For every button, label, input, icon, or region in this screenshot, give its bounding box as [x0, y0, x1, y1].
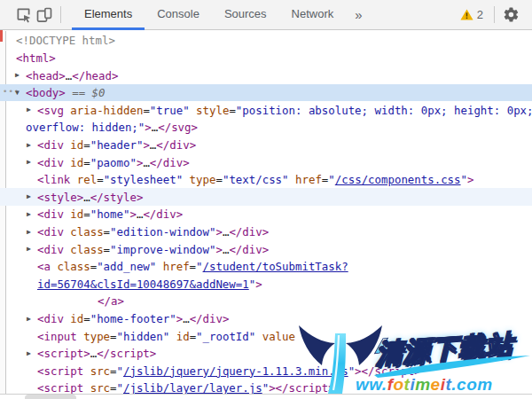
- dom-tree-row[interactable]: <!DOCTYPE html>: [0, 32, 532, 50]
- code-token: =: [322, 173, 328, 186]
- device-toolbar-icon[interactable]: [34, 4, 55, 26]
- code-token: …: [83, 191, 90, 204]
- dom-tree-row[interactable]: ▶<svg aria-hidden="true" style="position…: [0, 101, 532, 119]
- code-token: rel: [70, 173, 97, 186]
- code-token: <input: [37, 330, 77, 343]
- dom-tree-row[interactable]: <html>: [0, 50, 532, 67]
- code-token: </script>: [362, 364, 421, 378]
- expand-arrow-icon[interactable]: ▶: [27, 228, 31, 236]
- devtools-toolbar: ElementsConsoleSourcesNetwork » 2: [0, 0, 532, 30]
- code-token: >: [145, 121, 151, 134]
- code-token: </div>: [229, 243, 269, 256]
- collapse-arrow-icon[interactable]: ▼: [15, 89, 20, 97]
- code-token: ": [196, 260, 202, 273]
- code-token: </script>: [97, 347, 156, 360]
- dom-tree-row[interactable]: <script src="/jslib/jquery/jquery-1.11.3…: [0, 363, 532, 380]
- code-token: </div>: [156, 138, 196, 152]
- dom-tree-row[interactable]: •••▼<body> == $0: [0, 84, 532, 102]
- code-token: id: [64, 312, 83, 325]
- dom-tree-row[interactable]: id=56704&clsId=10048697&addNew=1">: [0, 276, 532, 293]
- dom-tree-row[interactable]: ▶<div class="improve-window">…</div>: [0, 240, 532, 258]
- dom-tree-row[interactable]: ▶<script>…</script>: [0, 345, 532, 363]
- code-token: =: [229, 104, 235, 117]
- inspect-element-icon[interactable]: [12, 4, 34, 26]
- dom-tree-row[interactable]: ▶<div class="edition-window">…</div>: [0, 223, 532, 241]
- devtools-tabs: ElementsConsoleSourcesNetwork: [72, 0, 346, 30]
- panel-bottom-mask: [0, 395, 532, 399]
- code-token: </div>: [190, 312, 230, 325]
- expand-arrow-icon[interactable]: ▶: [27, 192, 31, 200]
- code-token: </div>: [229, 225, 269, 239]
- code-token: <div: [37, 225, 64, 239]
- code-token: …: [223, 225, 229, 239]
- dom-tree-row[interactable]: ▶<div id="home">…</div>: [0, 206, 532, 223]
- dom-tree-row[interactable]: <input type="hidden" id="_rootId" value: [0, 327, 532, 345]
- dom-tree-row[interactable]: ▶<div id="header">…</div>: [0, 137, 532, 154]
- dom-tree-row[interactable]: ▶<div id="home-footer">…</div>: [0, 310, 532, 328]
- code-token: <div: [37, 243, 64, 256]
- code-token: href: [289, 173, 322, 186]
- code-token: >: [215, 225, 222, 239]
- dom-tree-row[interactable]: <link rel="stylesheet" type="text/css" h…: [0, 171, 532, 189]
- tab-sources[interactable]: Sources: [212, 0, 279, 30]
- code-token: aria-hidden: [64, 104, 144, 117]
- tab-elements[interactable]: Elements: [72, 0, 145, 30]
- warning-triangle-icon: [460, 9, 473, 20]
- code-token: <link: [37, 173, 70, 186]
- code-token: >: [255, 278, 262, 291]
- expand-arrow-icon[interactable]: ▶: [27, 141, 31, 149]
- expand-arrow-icon[interactable]: ▶: [27, 158, 31, 166]
- dom-tree-row[interactable]: ▶<div id="paomo">…</div>: [0, 153, 532, 171]
- code-token: type: [183, 173, 215, 186]
- resource-link[interactable]: /jslib/jquery/jquery-1.11.3.min.js: [123, 364, 348, 378]
- code-token: "header": [90, 138, 144, 152]
- expand-arrow-icon[interactable]: ▶: [27, 210, 31, 218]
- expand-arrow-icon[interactable]: ▶: [27, 245, 31, 253]
- code-token: =: [190, 260, 196, 273]
- dom-tree-row[interactable]: <a class="add_new" href="/student/toSubm…: [0, 258, 532, 276]
- code-token: id: [169, 330, 189, 343]
- code-token: =: [97, 173, 103, 186]
- tab-console[interactable]: Console: [145, 0, 212, 30]
- dom-tree-row[interactable]: overflow: hidden;">…</svg>: [0, 119, 532, 137]
- code-token: …: [223, 243, 229, 256]
- code-token: =: [110, 330, 116, 343]
- code-token: "edition-window": [110, 225, 215, 239]
- expand-arrow-icon[interactable]: ▶: [15, 71, 20, 79]
- expand-arrow-icon[interactable]: ▶: [27, 315, 31, 323]
- code-token: <script>: [37, 347, 90, 360]
- code-token: href: [156, 260, 189, 273]
- tab-network[interactable]: Network: [279, 0, 347, 30]
- code-token: class: [64, 225, 104, 239]
- expand-arrow-icon[interactable]: ▶: [27, 349, 31, 357]
- toolbar-divider: [60, 6, 61, 23]
- code-token: <div: [37, 156, 64, 169]
- resource-link[interactable]: id=56704&clsId=10048697&addNew=1: [37, 278, 249, 291]
- code-token: "home": [90, 207, 130, 221]
- panel-bottom-pill: [25, 395, 76, 399]
- code-token: <a: [37, 260, 51, 273]
- code-token: <div: [37, 207, 64, 221]
- code-token: style: [190, 104, 230, 117]
- dom-tree-row[interactable]: ▶<style>…</style>: [0, 188, 532, 206]
- code-token: </head>: [72, 69, 118, 82]
- code-token: >: [355, 364, 361, 378]
- code-token: id: [64, 156, 83, 169]
- resource-link[interactable]: /student/toSubmitTask?: [203, 260, 348, 273]
- code-token: …: [66, 69, 72, 82]
- code-token: "_rootId": [196, 330, 255, 343]
- dom-tree-row[interactable]: ▶<head>…</head>: [0, 66, 532, 84]
- gear-icon[interactable]: [500, 4, 521, 26]
- resource-link[interactable]: /css/components.css: [335, 173, 461, 186]
- code-token: </div>: [143, 207, 183, 221]
- dom-tree-row[interactable]: </a>: [0, 293, 532, 310]
- code-token: src: [83, 364, 110, 378]
- code-token: <style>: [37, 191, 83, 204]
- code-token: =: [83, 207, 90, 221]
- code-token: …: [137, 207, 143, 221]
- code-token: <!DOCTYPE html>: [16, 34, 115, 47]
- code-token: =: [83, 156, 90, 169]
- expand-arrow-icon[interactable]: ▶: [27, 106, 31, 113]
- warnings-indicator[interactable]: 2: [460, 8, 483, 21]
- more-tabs-button[interactable]: »: [351, 7, 365, 22]
